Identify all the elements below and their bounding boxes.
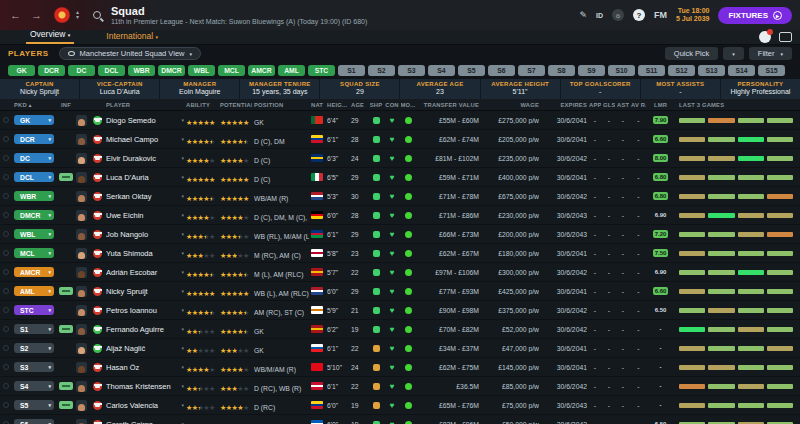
position-slot-dropdown[interactable]: S6▾ bbox=[14, 419, 54, 424]
position-filter-s8[interactable]: S8 bbox=[548, 65, 575, 76]
position-filter-s14[interactable]: S14 bbox=[728, 65, 755, 76]
player-row[interactable]: AML▾ Nicky Spruijt▾ ★★★★★★★★★★ ★★★★★★★★★… bbox=[0, 282, 800, 301]
player-actions-chevron-icon[interactable]: ▾ bbox=[181, 231, 184, 237]
club-switch-chevrons[interactable]: ▴▾ bbox=[76, 10, 79, 20]
position-slot-dropdown[interactable]: S1▾ bbox=[14, 324, 54, 334]
player-actions-chevron-icon[interactable]: ▾ bbox=[181, 326, 184, 332]
advisor-icon[interactable] bbox=[759, 31, 771, 43]
position-filter-wbl[interactable]: WBL bbox=[188, 65, 215, 76]
row-select-circle[interactable] bbox=[3, 269, 9, 275]
row-select-circle[interactable] bbox=[3, 155, 9, 161]
player-name[interactable]: Nicky Spruijt bbox=[106, 287, 179, 296]
player-row[interactable]: S2▾ Aljaž Naglič▾ ★★★★★★★★★★ ★★★★★★★★★★ … bbox=[0, 339, 800, 358]
col-expires[interactable]: EXPIRES bbox=[541, 102, 587, 108]
quick-pick-button[interactable]: Quick Pick bbox=[665, 47, 718, 60]
position-slot-dropdown[interactable]: DCL▾ bbox=[14, 172, 54, 182]
player-actions-chevron-icon[interactable]: ▾ bbox=[181, 402, 184, 408]
position-filter-gk[interactable]: GK bbox=[8, 65, 35, 76]
player-row[interactable]: S4▾ Thomas Kristensen▾ ★★★★★★★★★★ ★★★★★★… bbox=[0, 377, 800, 396]
player-name[interactable]: Serkan Oktay bbox=[106, 192, 179, 201]
position-filter-s5[interactable]: S5 bbox=[458, 65, 485, 76]
row-select-circle[interactable] bbox=[3, 117, 9, 123]
player-name[interactable]: Hasan Öz bbox=[106, 363, 179, 372]
position-slot-dropdown[interactable]: DMCR▾ bbox=[14, 210, 54, 220]
player-name[interactable]: Michael Campo bbox=[106, 135, 179, 144]
player-actions-chevron-icon[interactable]: ▾ bbox=[181, 269, 184, 275]
player-name[interactable]: Petros Ioannou bbox=[106, 306, 179, 315]
position-filter-dmcr[interactable]: DMCR bbox=[158, 65, 185, 76]
position-filter-dc[interactable]: DC bbox=[68, 65, 95, 76]
position-slot-dropdown[interactable]: MCL▾ bbox=[14, 248, 54, 258]
edit-pencil-icon[interactable]: ✎ bbox=[579, 10, 587, 20]
filter-button[interactable]: Filter ▾ bbox=[749, 47, 792, 60]
position-filter-stc[interactable]: STC bbox=[308, 65, 335, 76]
position-filter-s11[interactable]: S11 bbox=[638, 65, 665, 76]
col-inf[interactable]: INF bbox=[58, 102, 74, 108]
col-height[interactable]: HEIG... bbox=[327, 102, 349, 108]
player-row[interactable]: WBL▾ Job Nangolo▾ ★★★★★★★★★★ ★★★★★★★★★★ … bbox=[0, 225, 800, 244]
col-wage[interactable]: WAGE bbox=[481, 102, 539, 108]
player-name[interactable]: Diogo Semedo bbox=[106, 116, 179, 125]
position-slot-dropdown[interactable]: DCR▾ bbox=[14, 134, 54, 144]
player-actions-chevron-icon[interactable]: ▾ bbox=[181, 193, 184, 199]
position-slot-dropdown[interactable]: AMCR▾ bbox=[14, 267, 54, 277]
position-filter-s7[interactable]: S7 bbox=[518, 65, 545, 76]
row-select-circle[interactable] bbox=[3, 231, 9, 237]
position-filter-s10[interactable]: S10 bbox=[608, 65, 635, 76]
club-crest[interactable] bbox=[54, 7, 70, 23]
fixtures-button[interactable]: FIXTURES▸ bbox=[718, 7, 792, 24]
row-select-circle[interactable] bbox=[3, 345, 9, 351]
quick-pick-dropdown[interactable]: ▾ bbox=[723, 47, 744, 60]
player-name[interactable]: Yuta Shimoda bbox=[106, 249, 179, 258]
player-name[interactable]: Thomas Kristensen bbox=[106, 382, 179, 391]
position-filter-s9[interactable]: S9 bbox=[578, 65, 605, 76]
back-arrow-icon[interactable]: ← bbox=[10, 9, 21, 21]
col-nat[interactable]: NAT bbox=[311, 102, 325, 108]
player-row[interactable]: MCL▾ Yuta Shimoda▾ ★★★★★★★★★★ ★★★★★★★★★★… bbox=[0, 244, 800, 263]
player-row[interactable]: WBR▾ Serkan Oktay▾ ★★★★★★★★★★ ★★★★★★★★★★… bbox=[0, 187, 800, 206]
position-filter-s6[interactable]: S6 bbox=[488, 65, 515, 76]
position-slot-dropdown[interactable]: WBR▾ bbox=[14, 191, 54, 201]
col-potential[interactable]: POTENTIAL bbox=[220, 102, 252, 108]
player-actions-chevron-icon[interactable]: ▾ bbox=[181, 250, 184, 256]
row-select-circle[interactable] bbox=[3, 193, 9, 199]
col-mor[interactable]: MO... bbox=[401, 102, 415, 108]
col-gls[interactable]: GLS bbox=[603, 102, 615, 108]
player-row[interactable]: AMCR▾ Adrián Escobar▾ ★★★★★★★★★★ ★★★★★★★… bbox=[0, 263, 800, 282]
position-filter-s1[interactable]: S1 bbox=[338, 65, 365, 76]
row-select-circle[interactable] bbox=[3, 250, 9, 256]
position-slot-dropdown[interactable]: S3▾ bbox=[14, 362, 54, 372]
position-filter-s15[interactable]: S15 bbox=[758, 65, 785, 76]
player-row[interactable]: DCR▾ Michael Campo▾ ★★★★★★★★★★ ★★★★★★★★★… bbox=[0, 130, 800, 149]
row-select-circle[interactable] bbox=[3, 326, 9, 332]
position-filter-mcl[interactable]: MCL bbox=[218, 65, 245, 76]
position-slot-dropdown[interactable]: AML▾ bbox=[14, 286, 54, 296]
player-actions-chevron-icon[interactable]: ▾ bbox=[181, 288, 184, 294]
row-select-circle[interactable] bbox=[3, 307, 9, 313]
row-select-circle[interactable] bbox=[3, 402, 9, 408]
col-last3[interactable]: LAST 3 GAMES bbox=[675, 102, 798, 108]
col-apps[interactable]: APPS bbox=[589, 102, 601, 108]
lightbulb-icon[interactable]: ☼ bbox=[612, 9, 624, 21]
player-actions-chevron-icon[interactable]: ▾ bbox=[181, 345, 184, 351]
player-name[interactable]: Gareth Cairns bbox=[106, 420, 179, 424]
player-row[interactable]: DC▾ Elvir Durakovic▾ ★★★★★★★★★★ ★★★★★★★★… bbox=[0, 149, 800, 168]
position-slot-dropdown[interactable]: S2▾ bbox=[14, 343, 54, 353]
player-actions-chevron-icon[interactable]: ▾ bbox=[181, 212, 184, 218]
player-name[interactable]: Carlos Valencia bbox=[106, 401, 179, 410]
row-select-circle[interactable] bbox=[3, 136, 9, 142]
col-ast[interactable]: AST bbox=[617, 102, 629, 108]
player-actions-chevron-icon[interactable]: ▾ bbox=[181, 174, 184, 180]
col-ability[interactable]: ABILITY bbox=[186, 102, 218, 108]
position-slot-dropdown[interactable]: S4▾ bbox=[14, 381, 54, 391]
col-age[interactable]: AGE bbox=[351, 102, 367, 108]
row-select-circle[interactable] bbox=[3, 288, 9, 294]
position-slot-dropdown[interactable]: GK▾ bbox=[14, 115, 54, 125]
player-row[interactable]: DCL▾ Luca D'Auria▾ ★★★★★★★★★★ ★★★★★★★★★★… bbox=[0, 168, 800, 187]
position-filter-wbr[interactable]: WBR bbox=[128, 65, 155, 76]
col-avrat[interactable]: AV RAT bbox=[631, 102, 646, 108]
forward-arrow-icon[interactable]: → bbox=[31, 9, 42, 21]
row-select-circle[interactable] bbox=[3, 364, 9, 370]
player-row[interactable]: GK▾ Diogo Semedo▾ ★★★★★★★★★★ ★★★★★★★★★★ … bbox=[0, 111, 800, 130]
position-slot-dropdown[interactable]: DC▾ bbox=[14, 153, 54, 163]
